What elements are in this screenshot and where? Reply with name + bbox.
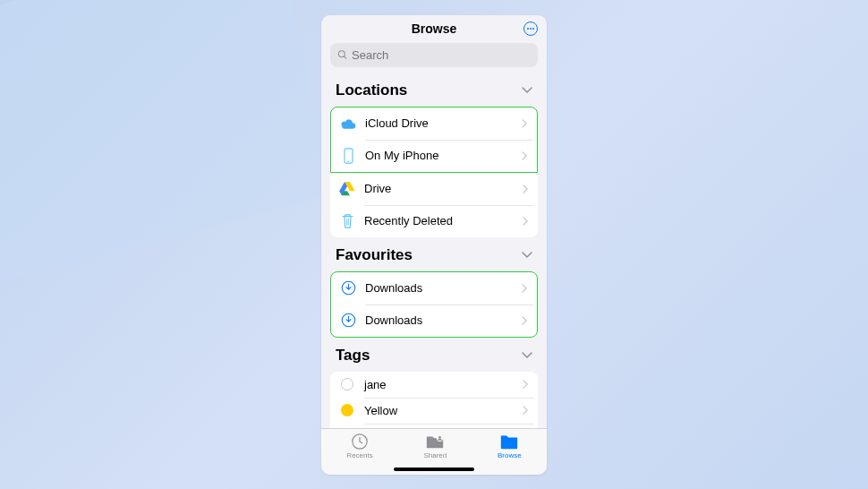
search-icon (337, 49, 347, 60)
tags-list: jane Yellow Purple Gray (330, 372, 538, 428)
phone-icon (338, 146, 358, 166)
favourite-downloads-2[interactable]: Downloads (331, 305, 537, 337)
location-drive[interactable]: Drive (330, 173, 538, 205)
favourites-title: Favourites (336, 246, 413, 264)
more-button[interactable] (523, 21, 538, 36)
ellipsis-icon (527, 28, 534, 30)
tab-bar: Recents Shared Browse (321, 428, 547, 475)
row-label: Downloads (365, 281, 522, 295)
chevron-down-icon (522, 87, 532, 94)
chevron-right-icon (523, 406, 529, 415)
tag-yellow[interactable]: Yellow (330, 398, 538, 424)
tab-shared[interactable]: Shared (423, 433, 447, 459)
location-icloud-drive[interactable]: iCloud Drive (331, 107, 537, 140)
chevron-down-icon (522, 252, 532, 259)
download-icon (338, 279, 358, 298)
download-icon (338, 311, 358, 330)
location-recently-deleted[interactable]: Recently Deleted (330, 205, 538, 237)
home-indicator[interactable] (394, 468, 474, 471)
search-input[interactable] (352, 48, 531, 62)
google-drive-icon (337, 179, 357, 199)
locations-list: Drive Recently Deleted (330, 173, 538, 237)
tab-label: Recents (346, 451, 372, 459)
row-label: Drive (364, 182, 523, 195)
tab-label: Shared (423, 451, 447, 459)
locations-header[interactable]: Locations (321, 73, 547, 107)
tag-color-icon (341, 404, 353, 416)
tag-jane[interactable]: jane (330, 372, 538, 398)
tags-header[interactable]: Tags (321, 338, 547, 372)
svg-line-1 (345, 56, 346, 58)
trash-icon (337, 211, 357, 231)
chevron-right-icon (522, 284, 528, 293)
svg-point-3 (347, 160, 348, 161)
search-bar[interactable] (330, 43, 538, 67)
chevron-right-icon (523, 217, 529, 226)
chevron-right-icon (522, 119, 528, 128)
clock-icon (350, 433, 370, 450)
locations-title: Locations (336, 82, 407, 99)
chevron-right-icon (522, 151, 528, 160)
row-label: Downloads (365, 313, 522, 327)
favourites-list: Downloads Downloads (330, 271, 538, 338)
content: Locations iCloud Drive On My iPhone (321, 73, 547, 428)
cloud-icon (338, 114, 358, 133)
chevron-right-icon (523, 380, 529, 389)
chevron-right-icon (522, 316, 528, 325)
page-title: Browse (412, 21, 457, 36)
tab-recents[interactable]: Recents (346, 433, 372, 459)
locations-list-highlighted: iCloud Drive On My iPhone (330, 107, 538, 173)
svg-point-10 (438, 436, 441, 439)
row-label: jane (364, 378, 523, 391)
chevron-right-icon (523, 184, 529, 193)
tab-label: Browse (498, 451, 522, 459)
row-label: On My iPhone (365, 149, 522, 162)
row-label: iCloud Drive (365, 116, 522, 130)
location-on-my-iphone[interactable]: On My iPhone (331, 140, 537, 172)
shared-folder-icon (425, 433, 445, 450)
tags-title: Tags (336, 347, 370, 365)
tab-browse[interactable]: Browse (498, 433, 522, 459)
row-label: Yellow (364, 404, 523, 417)
folder-icon (499, 433, 519, 450)
tag-color-icon (341, 378, 353, 390)
favourites-header[interactable]: Favourites (321, 237, 547, 271)
row-label: Recently Deleted (364, 214, 523, 227)
chevron-down-icon (522, 352, 532, 359)
header: Browse (321, 15, 547, 43)
files-app-screen: Browse Locations iCloud Drive (321, 15, 547, 475)
favourite-downloads-1[interactable]: Downloads (331, 272, 537, 305)
